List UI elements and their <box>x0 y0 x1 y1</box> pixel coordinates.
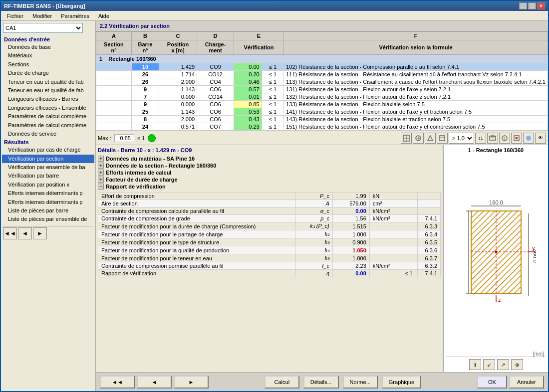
diagram-info-btn[interactable]: ℹ <box>469 359 481 370</box>
sidebar-item-efforts1[interactable]: Efforts internes déterminants p <box>2 189 94 197</box>
detail-ref-7: 6.3.6 <box>417 246 440 254</box>
max-label: Max : <box>98 135 111 141</box>
detail-symbol-8: k₅ <box>296 254 333 262</box>
threshold-select[interactable]: > 1,0 > 0,9 > 0,8 <box>449 133 474 144</box>
sidebar-item-liste-ensemble[interactable]: Liste de pièces par ensemble de <box>2 215 94 223</box>
detail-val-10: 0.00 <box>333 270 370 277</box>
cell-val: 0.53 <box>234 108 262 116</box>
detail-leq-8 <box>400 254 418 262</box>
cell-pos: 1.714 <box>159 71 197 78</box>
cell-barre: 8 <box>131 116 159 123</box>
ca-select[interactable]: CA1 <box>3 23 83 33</box>
sidebar-item-efforts2[interactable]: Efforts internes déterminants p <box>2 198 94 206</box>
nav-prev2-btn[interactable]: ◄ <box>18 227 32 239</box>
subhdr-charge: Charge-ment <box>197 40 234 55</box>
maximize-button[interactable]: □ <box>528 2 536 9</box>
calcul-button[interactable]: Calcul <box>265 376 299 389</box>
diagram-zoom-out-btn[interactable]: ↗ <box>497 359 509 370</box>
cell-val: 0.43 <box>234 116 262 123</box>
detail-leq-10: ≤ 1 <box>400 270 418 277</box>
toolbar-btn9[interactable] <box>523 133 534 144</box>
menu-aide[interactable]: Aide <box>94 12 113 19</box>
detail-symbol-6: k₃ <box>296 238 333 246</box>
sidebar: CA1 Données d'entrée Données de base Mat… <box>1 21 96 391</box>
footer-nav-btn3[interactable]: ► <box>174 376 209 389</box>
toolbar-btn3[interactable] <box>425 133 436 144</box>
col-header-d: D <box>197 32 234 40</box>
toolbar-btn6[interactable] <box>487 133 498 144</box>
toolbar-btn4[interactable] <box>437 133 448 144</box>
close-button[interactable]: ✕ <box>537 2 545 9</box>
toolbar-btn10[interactable]: 👁 <box>535 133 546 144</box>
graphique-button[interactable]: Graphique <box>382 376 421 389</box>
sidebar-item-donnees-service[interactable]: Données de service <box>2 130 94 138</box>
sidebar-item-verif-cas[interactable]: Vérification par cas de charge <box>2 146 94 154</box>
toolbar-btn2[interactable] <box>413 133 424 144</box>
detail-label-1: Aire de section <box>98 200 296 207</box>
detail-ref-10: 7.4.1 <box>417 270 440 277</box>
sidebar-item-longueurs-ensemble[interactable]: Longueurs efficaces - Ensemble <box>2 104 94 112</box>
detail-label-0: Effort de compression <box>98 193 296 200</box>
cell-val: 0.01 <box>234 93 262 101</box>
cell-val: 0.57 <box>234 86 262 93</box>
cell-pos: 0.571 <box>159 123 197 131</box>
subhdr-section: Sectionn° <box>96 40 132 55</box>
sidebar-item-materiaux[interactable]: Matériaux <box>2 51 94 60</box>
tree-item-4[interactable]: −Rapport de vérification <box>98 183 441 190</box>
sidebar-item-sections[interactable]: Sections <box>2 60 94 69</box>
toolbar-btn8[interactable] <box>511 133 522 144</box>
detail-val-3: 1.56 <box>333 215 370 222</box>
diagram-zoom-in-btn[interactable]: ↙ <box>483 359 495 370</box>
sidebar-item-donnees-base[interactable]: Données de base <box>2 43 94 51</box>
nav-prev-btn[interactable]: ◄◄ <box>3 227 17 239</box>
sidebar-item-verif-ensemble[interactable]: Vérification par ensemble de ba <box>2 163 94 172</box>
detail-label-4: Facteur de modification pour la durée de… <box>98 222 296 230</box>
sidebar-item-params2[interactable]: Paramètres de calcul complème <box>2 121 94 130</box>
detail-leq-4 <box>400 222 418 230</box>
norme-button[interactable]: Norme... <box>343 376 378 389</box>
menu-modifier[interactable]: Modifier <box>28 12 56 19</box>
menu-fichier[interactable]: Fichier <box>3 12 27 19</box>
cell-charge: CO6 <box>197 86 234 93</box>
details-button[interactable]: Détails... <box>303 376 339 389</box>
toolbar-btn1[interactable] <box>401 133 412 144</box>
detail-symbol-2: σ_c <box>296 207 333 215</box>
minimize-button[interactable]: _ <box>519 2 527 9</box>
sidebar-item-verif-position[interactable]: Vérification par position x <box>2 181 94 189</box>
sidebar-item-liste-barres[interactable]: Liste de pièces par barre <box>2 206 94 215</box>
ok-button[interactable]: OK <box>477 376 507 389</box>
tree-item-3[interactable]: +Facteur de durée de charge <box>98 176 441 183</box>
subhdr-position: Positionx [m] <box>159 40 197 55</box>
nav-next-btn[interactable]: ► <box>33 227 47 239</box>
tree-item-0[interactable]: +Données du matériau - SA Pine 16 <box>98 155 441 162</box>
col-header-c: C <box>159 32 197 40</box>
col-header-f: F <box>284 32 548 40</box>
sidebar-item-longueurs-barres[interactable]: Longueurs efficaces - Barres <box>2 95 94 103</box>
cell-barre: 25 <box>131 108 159 116</box>
diagram-reset-btn[interactable]: ⊕ <box>511 359 523 370</box>
footer-nav-btn2[interactable]: ◄ <box>137 376 172 389</box>
toolbar-btn7[interactable]: i <box>499 133 510 144</box>
cell-formula: 132) Résistance de la section - Flexion … <box>284 93 548 101</box>
sidebar-item-teneur1[interactable]: Teneur en eau et qualité de fab <box>2 78 94 86</box>
detail-leq-2 <box>400 207 418 215</box>
cancel-button[interactable]: Annuler <box>509 376 544 389</box>
max-leq: ≤ 1 <box>135 135 147 141</box>
detail-symbol-9: f_c <box>296 262 333 270</box>
tree-item-1[interactable]: +Données de la section - Rectangle 160/3… <box>98 162 441 169</box>
cell-barre: 9 <box>131 101 159 108</box>
footer-nav-btn1[interactable]: ◄◄ <box>100 376 135 389</box>
menu-parametres[interactable]: Paramètres <box>57 12 93 19</box>
sidebar-item-verif-barre[interactable]: Vérification par barre <box>2 172 94 180</box>
sidebar-item-teneur2[interactable]: Teneur en eau et qualité de fab <box>2 86 94 95</box>
svg-text:y: y <box>532 245 535 251</box>
cell-formula: 133) Résistance de la section - Flexion … <box>284 101 548 108</box>
cell-section <box>96 108 132 116</box>
detail-unit-1: cm² <box>369 200 400 207</box>
sidebar-item-params1[interactable]: Paramètres de calcul complème <box>2 112 94 121</box>
sidebar-item-duree-charge[interactable]: Durée de charge <box>2 69 94 77</box>
sidebar-item-verif-section[interactable]: Vérification par section <box>2 155 94 163</box>
toolbar-btn5[interactable]: ↕1 <box>475 133 486 144</box>
tree-item-2[interactable]: +Efforts internes de calcul <box>98 169 441 176</box>
main-table-container[interactable]: A B C D E F Sectionn° Barren° Positionx … <box>96 31 548 131</box>
